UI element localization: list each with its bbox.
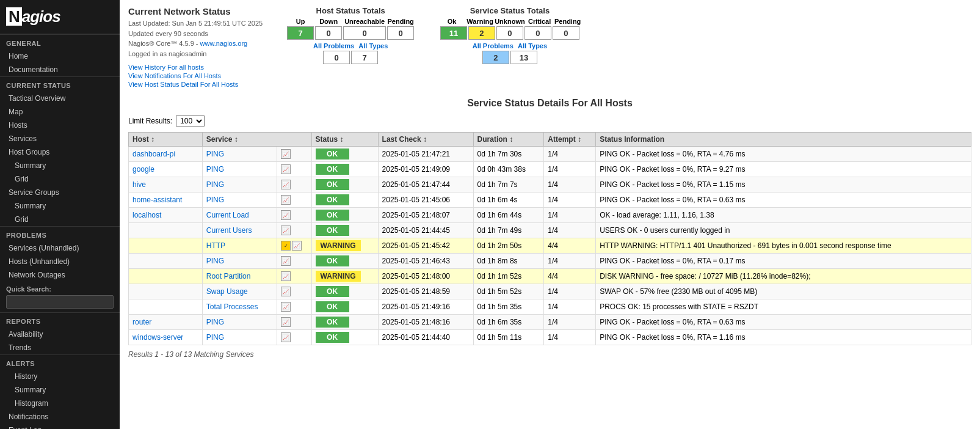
graph-icon[interactable]: 📈 bbox=[281, 271, 291, 281]
svc-all-types-link[interactable]: All Types bbox=[518, 42, 547, 50]
sidebar-item-hg-grid[interactable]: Grid bbox=[0, 172, 120, 186]
svc-value-unknown[interactable]: 0 bbox=[496, 26, 523, 40]
section-general: General bbox=[0, 34, 120, 50]
graph-icon[interactable]: 📈 bbox=[281, 226, 291, 235]
sidebar-item-alert-history[interactable]: History bbox=[0, 370, 120, 383]
svc-summary-problems[interactable]: 2 bbox=[482, 51, 509, 64]
service-link[interactable]: Current Load bbox=[206, 211, 249, 219]
col-duration[interactable]: Duration ↕ bbox=[473, 133, 544, 147]
view-host-status-link[interactable]: View Host Status Detail For All Hosts bbox=[128, 81, 263, 88]
cell-info: PING OK - Packet loss = 0%, RTA = 0.17 m… bbox=[596, 254, 971, 269]
sidebar-item-service-groups[interactable]: Service Groups bbox=[0, 186, 120, 199]
version-link[interactable]: www.nagios.org bbox=[200, 40, 248, 47]
cell-info: DISK WARNING - free space: / 10727 MiB (… bbox=[596, 269, 971, 284]
graph-icon[interactable]: 📈 bbox=[281, 302, 291, 312]
host-link[interactable]: router bbox=[132, 318, 151, 326]
service-link[interactable]: Total Processes bbox=[206, 302, 258, 311]
svc-value-critical[interactable]: 0 bbox=[524, 26, 551, 40]
cell-last-check: 2025-01-05 21:48:00 bbox=[378, 269, 473, 284]
host-summary-problems[interactable]: 0 bbox=[323, 51, 350, 64]
service-link[interactable]: Swap Usage bbox=[206, 287, 248, 296]
sidebar-item-alert-histogram[interactable]: Histogram bbox=[0, 397, 120, 410]
col-attempt[interactable]: Attempt ↕ bbox=[544, 133, 596, 147]
host-link[interactable]: localhost bbox=[132, 211, 161, 219]
sidebar-item-availability[interactable]: Availability bbox=[0, 328, 120, 341]
table-row: Current Users 📈 OK 2025-01-05 21:44:45 0… bbox=[129, 223, 971, 238]
service-link[interactable]: PING bbox=[206, 257, 224, 265]
service-link[interactable]: HTTP bbox=[206, 241, 225, 250]
cell-status: OK bbox=[311, 208, 378, 223]
service-link[interactable]: PING bbox=[206, 165, 224, 174]
svc-all-problems-link[interactable]: All Problems bbox=[473, 42, 514, 50]
sidebar-item-documentation[interactable]: Documentation bbox=[0, 63, 120, 76]
host-value-pending[interactable]: 0 bbox=[387, 26, 414, 40]
service-link[interactable]: PING bbox=[206, 318, 224, 326]
svc-label-ok: Ok bbox=[438, 18, 465, 25]
view-notifications-link[interactable]: View Notifications For All Hosts bbox=[128, 72, 263, 79]
graph-icon[interactable]: 📈 bbox=[281, 180, 291, 189]
cell-duration: 0d 1h 8m 8s bbox=[473, 254, 544, 269]
col-status[interactable]: Status ↕ bbox=[311, 133, 378, 147]
host-link[interactable]: windows-server bbox=[132, 333, 183, 342]
cell-duration: 0d 1h 6m 44s bbox=[473, 208, 544, 223]
sidebar-item-trends[interactable]: Trends bbox=[0, 341, 120, 354]
sidebar-item-map[interactable]: Map bbox=[0, 105, 120, 119]
table-row: hive PING 📈 OK 2025-01-05 21:47:44 0d 1h… bbox=[129, 177, 971, 193]
status-badge: OK bbox=[316, 148, 349, 160]
sidebar-item-home[interactable]: Home bbox=[0, 50, 120, 63]
service-link[interactable]: PING bbox=[206, 333, 224, 342]
quick-search-input[interactable] bbox=[6, 295, 114, 309]
col-host[interactable]: Host ↕ bbox=[129, 133, 203, 147]
status-badge: OK bbox=[316, 301, 349, 312]
svc-value-ok[interactable]: 11 bbox=[440, 26, 467, 40]
graph-icon[interactable]: 📈 bbox=[292, 241, 302, 251]
service-link[interactable]: PING bbox=[206, 196, 224, 204]
svc-value-warning[interactable]: 2 bbox=[468, 26, 495, 40]
svc-value-pending[interactable]: 0 bbox=[553, 26, 579, 40]
graph-icon[interactable]: 📈 bbox=[281, 256, 291, 266]
service-link[interactable]: Root Partition bbox=[206, 272, 251, 280]
host-link[interactable]: dashboard-pi bbox=[132, 150, 175, 158]
service-link[interactable]: PING bbox=[206, 180, 224, 189]
sidebar-item-tactical-overview[interactable]: Tactical Overview bbox=[0, 92, 120, 105]
sidebar-item-network-outages[interactable]: Network Outages bbox=[0, 268, 120, 282]
sidebar-item-services[interactable]: Services bbox=[0, 132, 120, 145]
sidebar-item-services-unhandled[interactable]: Services (Unhandled) bbox=[0, 241, 120, 255]
graph-icon[interactable]: 📈 bbox=[281, 195, 291, 205]
host-label-up: Up bbox=[287, 18, 314, 25]
sidebar-item-hosts[interactable]: Hosts bbox=[0, 119, 120, 132]
host-value-up[interactable]: 7 bbox=[287, 26, 314, 40]
graph-icon[interactable]: 📈 bbox=[281, 210, 291, 220]
limit-select[interactable]: 25 50 100 200 500 All bbox=[176, 115, 205, 127]
sidebar-item-notifications[interactable]: Notifications bbox=[0, 410, 120, 424]
sidebar-item-hg-summary[interactable]: Summary bbox=[0, 159, 120, 172]
graph-icon[interactable]: 📈 bbox=[281, 332, 291, 342]
cell-status: OK bbox=[311, 193, 378, 208]
sidebar-item-sg-grid[interactable]: Grid bbox=[0, 213, 120, 226]
sidebar-item-sg-summary[interactable]: Summary bbox=[0, 199, 120, 213]
col-status-info: Status Information bbox=[596, 133, 971, 147]
service-link[interactable]: Current Users bbox=[206, 226, 252, 235]
svc-summary-all[interactable]: 13 bbox=[510, 51, 537, 64]
sidebar-item-host-groups[interactable]: Host Groups bbox=[0, 145, 120, 159]
host-link[interactable]: google bbox=[132, 165, 154, 174]
sidebar-item-alert-summary[interactable]: Summary bbox=[0, 383, 120, 397]
host-all-types-link[interactable]: All Types bbox=[358, 42, 388, 50]
col-last-check[interactable]: Last Check ↕ bbox=[378, 133, 473, 147]
graph-icon[interactable]: 📈 bbox=[281, 164, 291, 174]
col-service[interactable]: Service ↕ bbox=[202, 133, 311, 147]
service-link[interactable]: PING bbox=[206, 150, 224, 158]
graph-icon[interactable]: 📈 bbox=[281, 149, 291, 159]
host-all-problems-link[interactable]: All Problems bbox=[313, 42, 354, 50]
host-link[interactable]: hive bbox=[132, 180, 146, 189]
graph-icon[interactable]: 📈 bbox=[281, 287, 291, 296]
sidebar-item-event-log[interactable]: Event Log bbox=[0, 424, 120, 429]
sidebar-item-hosts-unhandled[interactable]: Hosts (Unhandled) bbox=[0, 255, 120, 268]
host-summary-all[interactable]: 7 bbox=[351, 51, 378, 64]
host-link[interactable]: home-assistant bbox=[132, 196, 182, 204]
graph-icon[interactable]: 📈 bbox=[281, 317, 291, 327]
host-value-down[interactable]: 0 bbox=[315, 26, 342, 40]
table-row: windows-server PING 📈 OK 2025-01-05 21:4… bbox=[129, 330, 971, 345]
view-history-link[interactable]: View History For all hosts bbox=[128, 64, 263, 71]
host-value-unreachable[interactable]: 0 bbox=[343, 26, 386, 40]
